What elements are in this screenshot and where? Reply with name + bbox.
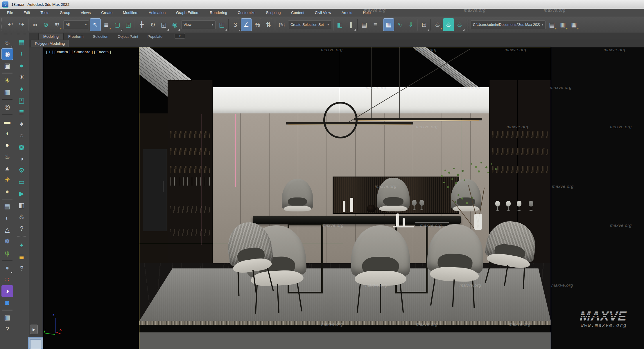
forest-lister-button[interactable]: ≣	[16, 251, 27, 263]
vray-scatter-button[interactable]: ✽	[1, 236, 13, 247]
menu-views[interactable]: Views	[76, 9, 96, 17]
menu-file[interactable]: File	[2, 9, 18, 17]
corona-help-button[interactable]: ?	[16, 223, 27, 234]
viewport-label-segment-2[interactable]: [ Standard ]	[72, 50, 93, 54]
vray-proxy-button[interactable]: ▤	[1, 201, 13, 212]
window-crossing-toggle[interactable]: ◲	[123, 18, 134, 31]
select-and-move-button[interactable]: ╋	[136, 18, 147, 31]
menu-edit[interactable]: Edit	[18, 9, 35, 17]
vray-light-sphere-button[interactable]: ●	[1, 139, 13, 151]
vray-material-button[interactable]: ●	[1, 262, 13, 274]
corona-sun-button[interactable]: ☀	[16, 72, 27, 83]
corona-scatter-button[interactable]: ♠	[16, 83, 27, 95]
menu-civil-view[interactable]: Civil View	[310, 9, 336, 17]
corona-vfb-button[interactable]: ▭	[16, 176, 27, 188]
select-by-name-button[interactable]: ≣	[101, 18, 112, 31]
multi-texture-button[interactable]: ∷	[1, 274, 13, 285]
dope-sheet-button[interactable]: ⇓	[405, 18, 416, 31]
corona-proxy-button[interactable]: ◳	[16, 95, 27, 106]
corona-light-button[interactable]: ●	[16, 60, 27, 72]
tab-selection[interactable]: Selection	[88, 33, 113, 40]
toggle-layer-explorer-button[interactable]: ≡	[370, 18, 381, 31]
material-palette-button[interactable]: ◑	[16, 153, 27, 165]
menu-customize[interactable]: Customize	[232, 9, 261, 17]
menu-animation[interactable]: Animation	[143, 9, 171, 17]
open-project-folder-button[interactable]: ▥	[557, 18, 568, 31]
percent-snap-toggle[interactable]: %	[252, 18, 263, 31]
toolbar-grip[interactable]	[1, 18, 4, 31]
toolbar-grip[interactable]	[17, 34, 26, 36]
selection-filter-dropdown[interactable]: All▾	[63, 20, 89, 29]
corona-camera-add-button[interactable]: +	[16, 48, 27, 60]
align-button[interactable]: ∥	[345, 18, 356, 31]
vray-light-plane-button[interactable]: ▬	[1, 116, 13, 128]
unlink-selection-button[interactable]: ⊘	[40, 18, 51, 31]
menu-tools[interactable]: Tools	[35, 9, 54, 17]
toolbar-grip[interactable]	[17, 236, 26, 238]
tab-populate[interactable]: Populate	[143, 33, 167, 40]
viewport-layout-tab-thumbnail[interactable]	[28, 337, 43, 349]
vray-light-dome-button[interactable]: ◖	[1, 128, 13, 139]
select-and-link-button[interactable]: ∞	[29, 18, 40, 31]
menu-scripting[interactable]: Scripting	[261, 9, 286, 17]
spinner-snap-toggle[interactable]: ⇅	[263, 18, 274, 31]
tab-object-paint[interactable]: Object Paint	[113, 33, 143, 40]
corona-lister-button[interactable]: ≣	[16, 106, 27, 118]
snaps-toggle-button[interactable]: 3	[230, 18, 241, 31]
corona-tree-button[interactable]: ♠	[16, 118, 27, 130]
corona-teapot-button[interactable]: ♨	[16, 211, 27, 223]
vray-clipper-button[interactable]: △	[1, 224, 13, 236]
curve-editor-button[interactable]: ∿	[394, 18, 405, 31]
color-palette-button[interactable]: ◑	[1, 285, 13, 297]
ribbon-config-dropdown[interactable]: ▾	[175, 33, 185, 39]
split-view-button[interactable]: ◧	[16, 200, 27, 211]
rectangular-selection-region-button[interactable]: ▢	[112, 18, 123, 31]
vray-ies-light-button[interactable]: ▲	[1, 163, 13, 174]
render-production-button[interactable]: ♨	[454, 18, 465, 31]
viewport-canvas[interactable]	[139, 47, 551, 349]
select-and-place-button[interactable]: ◉	[169, 18, 180, 31]
menu-rendering[interactable]: Rendering	[204, 9, 232, 17]
select-by-material-button[interactable]: ◙	[1, 297, 13, 309]
menu-group[interactable]: Group	[55, 9, 76, 17]
viewport-label-segment-1[interactable]: [ camra ]	[55, 50, 71, 54]
vray-light-mesh-button[interactable]: ♨	[1, 151, 13, 163]
rendered-frame-window-button[interactable]: ♨	[443, 18, 454, 31]
toolbar-grip[interactable]	[3, 34, 12, 36]
render-setup-button[interactable]: ♨	[432, 18, 443, 31]
corona-flame-button[interactable]: ◌	[16, 130, 27, 141]
named-selection-sets-dropdown[interactable]: Create Selection Set▾	[288, 20, 331, 29]
polygon-modeling-panel-tab[interactable]: Polygon Modeling	[31, 40, 69, 47]
toggle-ribbon-button[interactable]: ▦	[383, 18, 394, 31]
toggle-scene-explorer-button[interactable]: ▤	[359, 18, 370, 31]
angle-snap-toggle[interactable]: ∠	[241, 18, 252, 31]
vray-ambient-light-button[interactable]: ●	[1, 186, 13, 197]
tab-modeling[interactable]: Modeling	[38, 33, 64, 40]
tab-freeform[interactable]: Freeform	[64, 33, 88, 40]
select-and-scale-button[interactable]: ◱	[158, 18, 169, 31]
undo-button[interactable]: ↶	[5, 18, 16, 31]
use-pivot-point-center-button[interactable]: ◰	[216, 18, 227, 31]
redo-button[interactable]: ↷	[16, 18, 27, 31]
menu-modifiers[interactable]: Modifiers	[118, 9, 143, 17]
menu-content[interactable]: Content	[286, 9, 310, 17]
project-structure-button[interactable]: ▦	[568, 18, 580, 31]
flyout-arrow-button[interactable]: ▶	[30, 325, 38, 334]
copy-paste-objects-button[interactable]: ▥	[1, 312, 13, 323]
camera-lister-button[interactable]: ▦	[1, 86, 13, 98]
camera-viewport[interactable]: z y x [ + ][ camra ][ Standard ][ Facets…	[43, 47, 551, 349]
menu-graph-editors[interactable]: Graph Editors	[171, 9, 204, 17]
vray-fur-button[interactable]: ◐	[1, 212, 13, 224]
vray-teapot-button[interactable]: ♨	[1, 37, 13, 48]
menu-create[interactable]: Create	[96, 9, 118, 17]
reference-coordinate-system-dropdown[interactable]: View▾	[181, 20, 216, 29]
viewport-label-segment-0[interactable]: [ + ]	[46, 50, 53, 54]
vray-help-button[interactable]: ?	[1, 323, 13, 335]
slate-material-editor-button[interactable]: ⊞	[419, 18, 430, 31]
light-lister-button[interactable]: ☀	[1, 75, 13, 86]
help-button-2[interactable]: ?	[16, 263, 27, 274]
menu-arnold[interactable]: Arnold	[336, 9, 358, 17]
bind-to-space-warp-button[interactable]: ≋	[51, 18, 62, 31]
vray-sun-button[interactable]: ☀	[1, 174, 13, 186]
select-and-rotate-button[interactable]: ↻	[147, 18, 158, 31]
